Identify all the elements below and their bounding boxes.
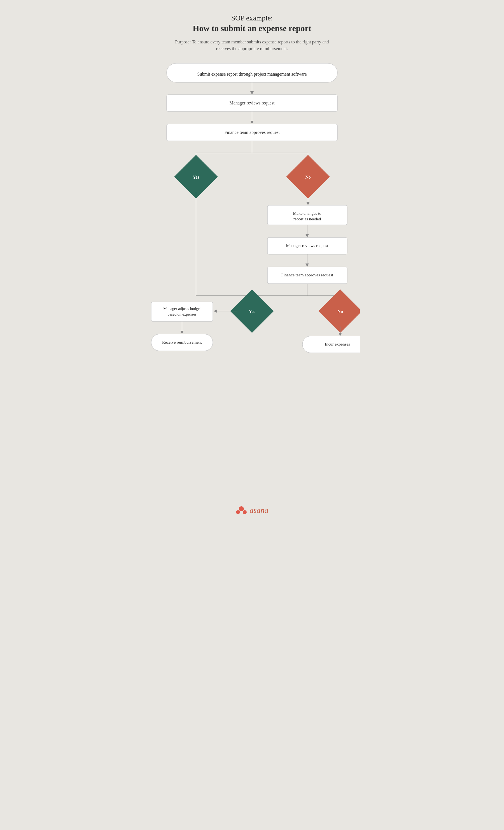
step1-text: Submit expense report through project ma…	[197, 72, 307, 77]
header: SOP example: How to submit an expense re…	[144, 14, 360, 52]
svg-text:Manager adjusts budget: Manager adjusts budget	[163, 307, 201, 311]
svg-marker-6	[250, 121, 254, 124]
svg-marker-29	[306, 263, 309, 267]
svg-rect-42	[151, 302, 213, 321]
svg-text:report as needed: report as needed	[293, 217, 321, 221]
svg-text:Receive reimbursement: Receive reimbursement	[162, 340, 202, 345]
subtitle: Purpose: To ensure every team member sub…	[171, 39, 333, 52]
svg-marker-20	[306, 202, 310, 205]
svg-text:Finance team approves request: Finance team approves request	[224, 130, 280, 135]
page: SOP example: How to submit an expense re…	[133, 0, 371, 532]
title-line2: How to submit an expense report	[144, 24, 360, 33]
title-line1: SOP example:	[144, 14, 360, 23]
svg-text:Manager reviews request: Manager reviews request	[286, 243, 329, 248]
svg-marker-46	[180, 331, 184, 334]
svg-marker-41	[214, 310, 217, 313]
svg-marker-25	[306, 234, 309, 237]
svg-text:Incur expenses: Incur expenses	[325, 342, 350, 346]
asana-logo: asana	[144, 506, 360, 515]
svg-text:Manager reviews request: Manager reviews request	[230, 100, 275, 105]
svg-text:No: No	[305, 175, 311, 180]
svg-point-53	[239, 506, 244, 511]
svg-marker-2	[250, 91, 254, 95]
svg-text:Finance team approves request: Finance team approves request	[281, 273, 333, 277]
svg-text:No: No	[337, 309, 343, 314]
svg-text:based on expenses: based on expenses	[167, 312, 196, 316]
svg-point-54	[236, 510, 240, 514]
svg-point-55	[243, 510, 247, 514]
svg-marker-50	[339, 333, 342, 336]
svg-text:Yes: Yes	[249, 309, 255, 314]
flowchart: Submit expense report through project ma…	[144, 61, 360, 494]
asana-brand-name: asana	[250, 506, 269, 515]
asana-icon	[236, 506, 247, 514]
svg-text:Yes: Yes	[193, 175, 199, 180]
svg-text:Make changes to: Make changes to	[293, 211, 321, 216]
